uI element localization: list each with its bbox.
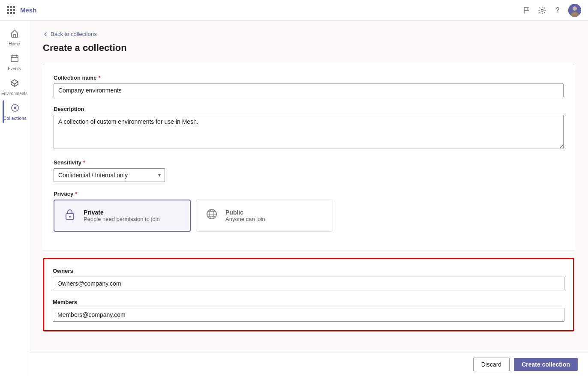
main-content: Back to collections Create a collection … xyxy=(29,21,588,376)
sidebar-item-environments-label: Environments xyxy=(1,91,27,96)
footer: Discard Create collection xyxy=(29,352,588,376)
description-input[interactable]: A collection of custom environments for … xyxy=(54,115,564,149)
topbar-right: ? xyxy=(522,4,581,17)
privacy-cards: Private People need permission to join P… xyxy=(54,200,564,232)
collection-name-label: Collection name * xyxy=(54,75,564,81)
sensitivity-section: Sensitivity * Confidential / Internal on… xyxy=(54,159,564,182)
collection-name-section: Collection name * xyxy=(54,75,564,97)
members-section: Members xyxy=(53,299,564,322)
settings-icon[interactable] xyxy=(537,6,547,15)
privacy-private-text: Private People need permission to join xyxy=(84,209,160,222)
help-icon[interactable]: ? xyxy=(553,6,562,15)
privacy-private-subtitle: People need permission to join xyxy=(84,216,160,222)
home-icon xyxy=(10,29,19,40)
sidebar-item-events[interactable]: Events xyxy=(3,51,27,74)
owners-label: Owners xyxy=(53,268,564,274)
create-collection-button[interactable]: Create collection xyxy=(514,358,578,371)
flag-icon[interactable] xyxy=(522,6,531,15)
sidebar-item-home-label: Home xyxy=(9,42,20,46)
privacy-card-private[interactable]: Private People need permission to join xyxy=(54,200,191,232)
privacy-label: Privacy * xyxy=(54,191,564,197)
owners-members-section: Owners Members xyxy=(43,258,574,331)
owners-input[interactable] xyxy=(53,277,564,290)
privacy-public-subtitle: Anyone can join xyxy=(225,216,265,222)
form-card: Collection name * Description A collecti… xyxy=(43,64,574,251)
avatar[interactable] xyxy=(568,4,581,17)
collection-name-input[interactable] xyxy=(54,84,564,97)
privacy-public-title: Public xyxy=(225,209,265,216)
required-star-3: * xyxy=(75,191,77,197)
sensitivity-select[interactable]: Confidential / Internal only Public Inte… xyxy=(54,168,165,182)
globe-icon xyxy=(205,207,219,224)
sensitivity-label: Sensitivity * xyxy=(54,159,564,166)
lock-icon xyxy=(63,207,77,224)
members-input[interactable] xyxy=(53,308,564,322)
app-name: Mesh xyxy=(20,6,36,14)
privacy-public-text: Public Anyone can join xyxy=(225,209,265,222)
page-title: Create a collection xyxy=(43,42,574,54)
topbar: Mesh ? xyxy=(0,0,588,21)
sidebar: Home Events Environments Collection xyxy=(0,0,29,376)
svg-point-0 xyxy=(541,9,543,11)
back-link[interactable]: Back to collections xyxy=(43,31,574,37)
svg-rect-4 xyxy=(11,56,18,62)
sensitivity-select-wrapper: Confidential / Internal only Public Inte… xyxy=(54,168,165,182)
privacy-section: Privacy * Private People need permission xyxy=(54,191,564,232)
privacy-private-title: Private xyxy=(84,209,160,216)
description-section: Description A collection of custom envir… xyxy=(54,106,564,151)
description-label: Description xyxy=(54,106,564,112)
sidebar-item-environments[interactable]: Environments xyxy=(3,75,27,98)
environments-icon xyxy=(10,79,19,90)
members-label: Members xyxy=(53,299,564,305)
privacy-card-public[interactable]: Public Anyone can join xyxy=(196,200,333,232)
sidebar-item-events-label: Events xyxy=(8,66,21,71)
owners-section: Owners xyxy=(53,268,564,290)
collections-icon xyxy=(11,104,19,114)
svg-point-8 xyxy=(69,216,71,218)
svg-point-6 xyxy=(14,107,16,109)
sidebar-item-collections-label: Collections xyxy=(3,116,27,121)
svg-point-2 xyxy=(573,6,577,11)
required-star: * xyxy=(98,75,100,81)
sidebar-item-home[interactable]: Home xyxy=(3,26,27,49)
sidebar-item-collections[interactable]: Collections xyxy=(3,100,27,123)
required-star-2: * xyxy=(83,159,85,166)
events-icon xyxy=(10,54,19,65)
back-link-text: Back to collections xyxy=(51,31,97,37)
app-grid-icon[interactable] xyxy=(7,6,15,14)
discard-button[interactable]: Discard xyxy=(473,358,510,371)
